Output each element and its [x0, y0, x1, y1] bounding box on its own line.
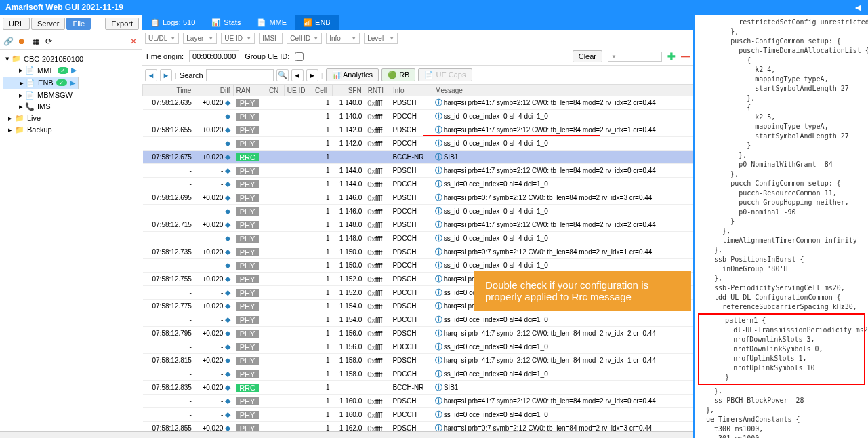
uecaps-button[interactable]: 📄 UE Caps: [418, 68, 472, 81]
table-row[interactable]: 07:58:12.775+0.020 ◆PHY11 154.00xffffPDS…: [143, 300, 693, 313]
cell-sfn: 1 142.0: [333, 123, 365, 137]
left-scroll[interactable]: [0, 431, 142, 438]
refresh-icon[interactable]: ⟳: [43, 36, 54, 47]
file-button[interactable]: File: [66, 18, 91, 30]
cell-ueid: [284, 327, 312, 340]
col-ran[interactable]: RAN: [233, 85, 266, 96]
table-row[interactable]: 07:58:12.795+0.020 ◆PHY11 156.00xffffPDS…: [143, 327, 693, 340]
left-iconrow: 🔗 ⏺ ▦ ⟳ ✕: [0, 33, 142, 50]
table-row[interactable]: -- ◆PHY11 158.00xffffPDCCHⓘss_id=0 cce_i…: [143, 367, 693, 381]
server-button[interactable]: Server: [31, 18, 65, 30]
info-icon: ⓘ: [435, 424, 442, 431]
table-row[interactable]: 07:58:12.815+0.020 ◆PHY11 158.00xffffPDS…: [143, 354, 693, 367]
nav-fwd-icon[interactable]: ►: [160, 69, 172, 81]
close-icon[interactable]: ✕: [128, 36, 139, 47]
table-row[interactable]: -- ◆PHY11 144.00xffffPDCCHⓘss_id=0 cce_i…: [143, 178, 693, 191]
table-row[interactable]: -- ◆PHY11 142.00xffffPDCCHⓘss_id=0 cce_i…: [143, 137, 693, 151]
col-cn[interactable]: CN: [266, 85, 284, 96]
table-row[interactable]: -- ◆PHY11 160.00xffffPDSCHⓘharq=si prb=4…: [143, 395, 693, 408]
cell-ueid: [284, 367, 312, 381]
table-row[interactable]: 07:58:12.675+0.020 ◆RRC1BCCH-NRⓘSIB1: [143, 151, 693, 164]
filter-bar: UL/DL▼ Layer▼ UE ID▼ IMSI Cell ID▼ Info▼…: [142, 30, 693, 47]
link-icon[interactable]: 🔗: [3, 36, 14, 47]
time-origin-input[interactable]: 00:00:00.000: [189, 50, 239, 62]
cell-ueid: [284, 354, 312, 367]
table-row[interactable]: 07:58:12.695+0.020 ◆PHY11 146.00xffffPDS…: [143, 191, 693, 205]
ueid-select[interactable]: UE ID▼: [221, 33, 255, 44]
table-row[interactable]: -- ◆PHY11 156.00xffffPDCCHⓘss_id=0 cce_i…: [143, 340, 693, 354]
cell-time: -: [143, 286, 194, 300]
search-prev-icon[interactable]: ◄: [291, 69, 304, 81]
info-select[interactable]: Info▼: [326, 33, 360, 44]
col-time[interactable]: Time: [143, 85, 194, 96]
tree-folder-backup[interactable]: ▸ 📁 Backup: [3, 124, 139, 136]
tree-item-ims[interactable]: ▸ 📞 IMS: [3, 101, 139, 113]
export-button[interactable]: Export: [105, 18, 139, 30]
add-icon[interactable]: ✚: [667, 51, 676, 62]
table-row[interactable]: -- ◆PHY11 148.00xffffPDCCHⓘss_id=0 cce_i…: [143, 232, 693, 245]
imsi-select[interactable]: IMSI: [259, 33, 283, 44]
cell-sfn: [333, 151, 365, 164]
tab-stats[interactable]: 📊 Stats: [203, 15, 249, 30]
col-info[interactable]: Info: [390, 85, 432, 96]
rb-button[interactable]: 🟢 RB: [381, 68, 415, 81]
search-input[interactable]: [206, 69, 274, 81]
play-icon[interactable]: ▶: [70, 79, 75, 87]
remove-icon[interactable]: —: [681, 51, 690, 62]
tree-item-mme[interactable]: ▸ 📄 MME ✓ ▶: [3, 64, 139, 76]
clear-button[interactable]: Clear: [573, 50, 602, 62]
table-row[interactable]: 07:58:12.755+0.020 ◆PHY11 152.00xffffPDS…: [143, 273, 693, 286]
table-row[interactable]: 07:58:12.655+0.020 ◆PHY11 142.00xffffPDS…: [143, 123, 693, 137]
table-row[interactable]: -- ◆PHY11 144.00xffffPDSCHⓘharq=si prb=4…: [143, 164, 693, 178]
tree-item-mbmsgw[interactable]: ▸ 📄 MBMSGW: [3, 89, 139, 101]
search-next-icon[interactable]: ►: [306, 69, 318, 81]
analytics-button[interactable]: 📊 Analytics: [326, 68, 379, 81]
play-icon[interactable]: ▶: [71, 66, 77, 75]
table-row[interactable]: 07:58:12.735+0.020 ◆PHY11 150.00xffffPDS…: [143, 245, 693, 259]
clear-select[interactable]: ▼: [608, 52, 662, 62]
table-row[interactable]: 07:58:12.835+0.020 ◆RRC1BCCH-NRⓘSIB1: [143, 381, 693, 395]
cell-message: ⓘharq=si prb=41:7 symb=2:12 CW0: tb_len=…: [432, 218, 693, 232]
col-sfn[interactable]: SFN: [333, 85, 365, 96]
tab-mme[interactable]: 📄 MME: [249, 15, 295, 30]
tree-root[interactable]: ▾ 📁 CBC-2021050100: [3, 53, 139, 64]
table-row[interactable]: -- ◆PHY11 146.00xffffPDCCHⓘss_id=0 cce_i…: [143, 205, 693, 218]
cellid-select[interactable]: Cell ID▼: [287, 33, 322, 44]
binoculars-icon[interactable]: 🔍: [276, 69, 289, 81]
table-row[interactable]: -- ◆PHY11 150.00xffffPDCCHⓘss_id=0 cce_i…: [143, 259, 693, 273]
level-select[interactable]: Level▼: [364, 33, 398, 44]
cell-diff: +0.020 ◆: [194, 218, 233, 232]
cell-cn: [266, 164, 284, 178]
col-diff[interactable]: Diff: [194, 85, 233, 96]
tree-folder-live[interactable]: ▸ 📁 Live: [3, 113, 139, 124]
table-row[interactable]: -- ◆PHY11 152.00xffffPDCCHⓘss_id=0 cce_i…: [143, 286, 693, 300]
tab-enb[interactable]: 📶 ENB: [295, 15, 339, 30]
cell-ueid: [284, 422, 312, 432]
table-row[interactable]: 07:58:12.855+0.020 ◆PHY11 162.00xffffPDS…: [143, 422, 693, 432]
url-button[interactable]: URL: [3, 18, 30, 30]
table-row[interactable]: -- ◆PHY11 160.00xffffPDCCHⓘss_id=0 cce_i…: [143, 408, 693, 422]
col-rnti[interactable]: RNTI: [365, 85, 390, 96]
record-icon[interactable]: ⏺: [16, 36, 27, 47]
collapse-left-icon[interactable]: ◄: [853, 2, 863, 13]
table-row[interactable]: 07:58:12.715+0.020 ◆PHY11 148.00xffffPDS…: [143, 218, 693, 232]
cell-diff: +0.020 ◆: [194, 327, 233, 340]
cell-ran: PHY: [233, 245, 266, 259]
table-row[interactable]: 07:58:12.635+0.020 ◆PHY11 140.00xffffPDS…: [143, 96, 693, 110]
col-message[interactable]: Message: [432, 85, 693, 96]
nav-back-icon[interactable]: ◄: [145, 69, 157, 81]
layer-select[interactable]: Layer▼: [183, 33, 217, 44]
uldl-select[interactable]: UL/DL▼: [145, 33, 179, 44]
tabs: 📋 Logs: 510📊 Stats📄 MME📶 ENB: [142, 15, 693, 30]
col-ueid[interactable]: UE ID: [284, 85, 312, 96]
grid-icon[interactable]: ▦: [30, 36, 41, 47]
table-row[interactable]: -- ◆PHY11 140.00xffffPDCCHⓘss_id=0 cce_i…: [143, 110, 693, 123]
tree-item-enb[interactable]: ▸ 📄 ENB ✓ ▶: [3, 77, 79, 89]
log-grid[interactable]: TimeDiffRANCNUE IDCellSFNRNTIInfoMessage…: [142, 85, 693, 431]
group-ue-checkbox[interactable]: [295, 52, 304, 61]
center-scroll[interactable]: [142, 431, 693, 438]
tab-logs-510[interactable]: 📋 Logs: 510: [142, 15, 203, 30]
table-row[interactable]: -- ◆PHY11 154.00xffffPDCCHⓘss_id=0 cce_i…: [143, 313, 693, 327]
col-cell[interactable]: Cell: [312, 85, 332, 96]
cell-diff: +0.020 ◆: [194, 123, 233, 137]
